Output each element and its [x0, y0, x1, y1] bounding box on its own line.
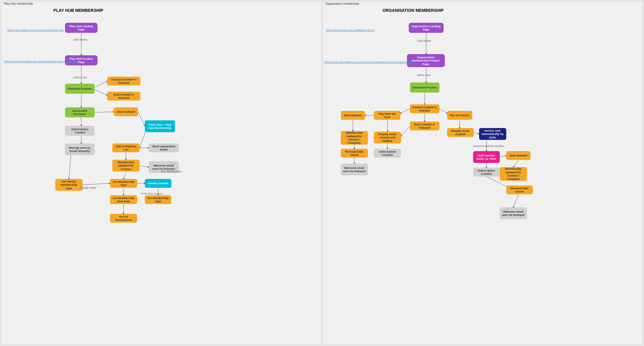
node-deal-created-org: Deal Created in Hubspot	[410, 122, 439, 130]
node-subscription: Subscription Created	[65, 126, 95, 136]
node-deal-updated-left: Deal Updated	[341, 111, 365, 120]
svg-line-9	[139, 132, 145, 148]
left-canvas: PLAY HUB MEMBERSHIP https://playmatters.…	[1, 1, 321, 345]
node-renewal-date-left: Renewal Date stored	[341, 149, 368, 158]
node-shopify-order2: Shopify Order created	[447, 128, 474, 137]
node-subscription-right: Subscription Created	[473, 168, 500, 177]
right-title: ORGANISATION MEMBERSHIP	[361, 8, 465, 13]
link-invoice-paid: Invoice is paid by member	[473, 145, 504, 148]
node-deal-updated-right: Deal Updated	[506, 151, 531, 160]
node-set-membership-type: Set Membership Type	[110, 179, 137, 188]
left-url1[interactable]: https://playmatters.org.au/membership/pl…	[7, 29, 64, 32]
svg-line-24	[439, 109, 447, 113]
node-membership-updated-org: Membership Updated for Contact / Company	[341, 131, 368, 145]
node-subscription-left: Subscription Created	[374, 149, 401, 158]
node-pay-card: Pay Now via Card	[374, 111, 400, 120]
svg-line-40	[513, 194, 518, 207]
right-canvas: ORGANISATION MEMBERSHIP https://playmatt…	[323, 1, 643, 345]
svg-line-14	[82, 183, 110, 185]
svg-line-3	[95, 90, 107, 96]
svg-line-38	[513, 160, 518, 167]
svg-line-2	[95, 81, 107, 87]
svg-line-13	[124, 172, 126, 179]
node-welcome-right: Welcome email sent via Hubspot	[500, 207, 527, 219]
svg-line-23	[400, 109, 410, 113]
link-add-cart: Add to Cart	[73, 76, 87, 79]
node-landing-page: Play Hub Landing Page	[65, 23, 98, 33]
node-set-family: Set Family Membership Type	[55, 179, 82, 191]
node-org-checkout: Checkout Process	[410, 83, 439, 93]
node-send-reg-email: Send registration Email	[149, 143, 179, 152]
node-membership-updated2: Membership Updated for Contact / Company	[500, 167, 527, 181]
svg-line-12	[139, 166, 149, 167]
svg-line-8	[138, 112, 145, 126]
node-contact-created: Contact Created in Hubspot	[107, 77, 140, 85]
node-membership-contact: Membership Updated for Contact	[112, 160, 139, 172]
node-staff-marks: Staff member marks as 'Paid'	[473, 151, 500, 163]
svg-line-5	[95, 112, 114, 112]
link-sec-membership: Sec Membership -	[161, 170, 183, 173]
link-family-exists: Family exists	[81, 186, 96, 189]
svg-line-30	[474, 132, 479, 134]
node-if-line: If line item = Play Hub Membership	[145, 120, 175, 132]
node-receipt: Receipt sent via Email (Shopify)	[65, 143, 95, 155]
right-url2[interactable]: https://shop.playmatters.org.au/products…	[325, 61, 416, 64]
node-checkout: Checkout Process	[65, 84, 95, 94]
right-panel: Organisation membership ORGANISATION MEM…	[323, 1, 643, 345]
left-title: PLAY HUB MEMBERSHIP	[37, 8, 120, 13]
svg-line-28	[401, 126, 410, 136]
node-successful: Successful Purchase	[65, 107, 95, 117]
svg-line-36	[500, 156, 506, 157]
node-deal-updated: Deal Updated	[114, 107, 138, 116]
node-set-os: Set OS Permissions	[110, 214, 137, 223]
left-url2[interactable]: https://shop.playmatters.org.au/products…	[4, 60, 78, 63]
left-arrows	[1, 1, 321, 345]
node-deal-created: Deal Created in Hubspot	[107, 92, 140, 101]
node-shopify-order-fulfilled: Shopify Order created and fulfilled	[374, 132, 401, 143]
node-family-created: Family Created	[145, 179, 171, 188]
node-invoice-sent: Invoice sent automatically by Sufio	[479, 128, 506, 140]
node-org-landing: Organisation Landing Page	[409, 23, 444, 33]
svg-line-15	[69, 155, 71, 179]
link-add-cart-right: Add to Cart	[417, 74, 431, 77]
node-welcome-left: Welcome email sent via Hubspot	[341, 164, 368, 175]
node-add-registry: Add to Registry List	[112, 143, 139, 152]
node-renewal-date2: Renewal Date stored	[506, 185, 533, 194]
link-click1: Click Button	[73, 38, 87, 41]
right-url1[interactable]: https://playmatters.org.au/affiliate-wit…	[326, 29, 374, 32]
link-family-not-exist: family does not exist	[141, 192, 162, 195]
node-set-start: Set Membership Start Date	[110, 195, 137, 204]
left-panel: Play Hub membership PLAY HUB MEMBERSHIP …	[1, 1, 322, 345]
link-click-right: Click Button	[417, 39, 431, 42]
node-org-contact-created: Contact created in Hubspot	[410, 104, 439, 113]
node-pay-invoice: Pay via Invoice	[447, 111, 472, 120]
node-set-membership2: Set Membership Type	[145, 195, 171, 204]
